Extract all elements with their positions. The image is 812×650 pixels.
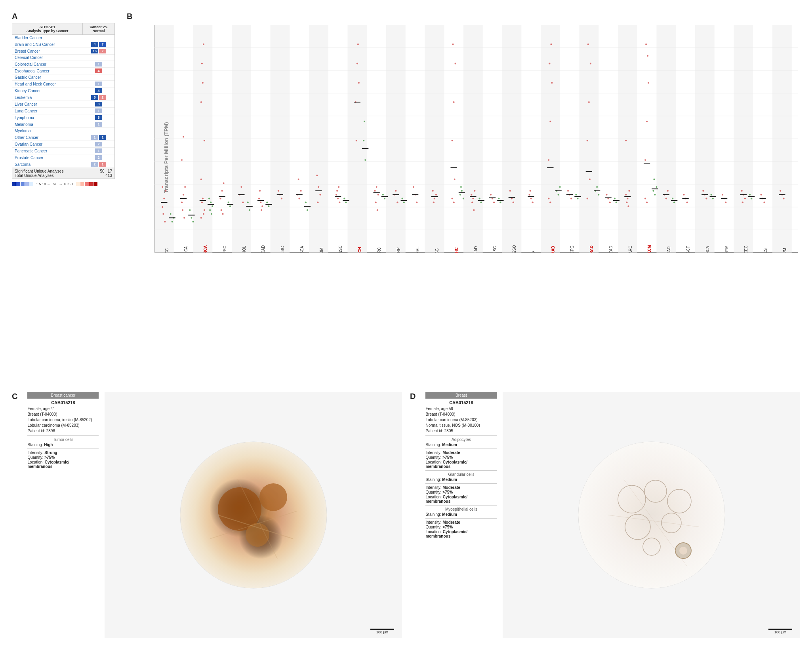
blue-cell: 2	[95, 142, 102, 146]
footer-total-label: Total Unique Analyses	[15, 173, 53, 178]
svg-point-147	[384, 198, 385, 200]
svg-rect-25	[271, 25, 290, 253]
table-row: Breast Cancer 16 2	[12, 48, 114, 55]
svg-point-252	[647, 55, 648, 57]
svg-point-185	[480, 201, 482, 203]
svg-text:GBM: GBM	[319, 248, 323, 253]
svg-point-206	[551, 82, 553, 84]
svg-text:BRCA: BRCA	[203, 245, 208, 253]
svg-point-248	[644, 159, 646, 161]
cancer-name: Melanoma	[12, 122, 83, 127]
svg-text:LGG: LGG	[435, 248, 439, 253]
blue-cell: 1	[95, 82, 102, 86]
cancer-name: Cervical Cancer	[12, 55, 83, 61]
red-cell: 1	[99, 162, 106, 167]
red-cell: 2	[99, 95, 106, 100]
svg-point-202	[530, 190, 531, 192]
divider	[425, 483, 497, 484]
blue-cell: 4	[91, 42, 98, 47]
cancer-table: ATP6AP1Analysis Type by Cancer Cancer vs…	[12, 23, 115, 179]
svg-point-159	[416, 201, 417, 203]
svg-point-288	[751, 198, 752, 200]
svg-text:CESC: CESC	[223, 246, 227, 253]
svg-point-196	[511, 198, 513, 200]
svg-point-212	[558, 194, 559, 196]
svg-point-287	[749, 194, 751, 196]
svg-point-295	[780, 190, 781, 192]
cvn-cells	[83, 57, 114, 59]
svg-point-64	[204, 140, 205, 141]
red-cell: 4	[95, 68, 102, 73]
svg-point-138	[364, 121, 365, 122]
svg-point-92	[247, 201, 249, 203]
tissue-image-c	[178, 440, 329, 590]
svg-point-40	[163, 198, 165, 200]
svg-text:UVM: UVM	[782, 248, 787, 253]
table-row: Esophageal Cancer 4	[12, 68, 114, 74]
blue-cell: 1	[91, 135, 98, 140]
svg-point-69	[201, 201, 203, 203]
red-cell: 2	[99, 49, 106, 53]
svg-text:LAML: LAML	[416, 246, 420, 253]
table-row: Sarcoma 2 1	[12, 161, 114, 168]
svg-point-125	[336, 190, 338, 192]
cvn-cells: 5	[83, 114, 114, 121]
svg-text:THCA: THCA	[705, 246, 709, 253]
svg-point-96	[258, 198, 260, 200]
table-row: Lung Cancer 1	[12, 108, 114, 114]
panel-c-header: Breast cancer	[27, 392, 99, 399]
staining-g: Staining: Medium	[425, 477, 497, 482]
svg-point-136	[363, 140, 364, 141]
svg-point-171	[452, 198, 453, 200]
panel-c-info: Breast cancer CAB015218 Female, age 41 B…	[27, 392, 99, 638]
svg-point-126	[338, 186, 339, 188]
svg-point-51	[183, 194, 184, 196]
footer-sig-label: Significant Unique Analyses	[15, 169, 63, 173]
legend: 1 5 10 ← % → 10 5 1	[12, 182, 115, 186]
svg-point-101	[266, 201, 268, 203]
svg-point-208	[550, 44, 552, 45]
svg-point-41	[165, 190, 166, 192]
svg-point-75	[212, 205, 213, 207]
svg-point-262	[665, 198, 667, 200]
svg-point-251	[645, 44, 647, 45]
svg-point-91	[242, 201, 244, 203]
blue-cell: 16	[91, 49, 98, 53]
svg-point-67	[200, 179, 202, 180]
blue-cell: 7	[99, 42, 106, 47]
svg-point-264	[672, 198, 673, 200]
cancer-name: Colorectal Cancer	[12, 61, 83, 67]
panel-b-label: B	[127, 12, 800, 21]
scale-bar-c: 100 μm	[370, 629, 394, 634]
blue-cell: 5	[91, 95, 98, 100]
svg-point-46	[172, 221, 173, 222]
svg-text:PCPG: PCPG	[570, 245, 574, 253]
svg-point-204	[548, 159, 549, 161]
svg-point-85	[228, 201, 229, 203]
svg-point-188	[490, 194, 492, 196]
svg-point-45	[170, 213, 172, 215]
table-row: Cervical Cancer	[12, 55, 114, 61]
svg-point-100	[261, 209, 262, 211]
svg-point-162	[434, 198, 435, 200]
cvn-cells: 4 7	[83, 41, 114, 48]
svg-point-81	[221, 190, 223, 192]
svg-point-113	[305, 201, 307, 203]
svg-point-71	[203, 213, 204, 215]
divider	[425, 518, 497, 519]
svg-text:LUSC: LUSC	[493, 246, 497, 253]
svg-point-179	[471, 194, 472, 196]
svg-point-174	[461, 190, 463, 192]
staining-m: Staining: Medium	[425, 512, 497, 517]
table-header: ATP6AP1Analysis Type by Cancer Cancer vs…	[12, 23, 114, 35]
svg-point-216	[567, 190, 569, 192]
svg-point-241	[625, 194, 627, 196]
svg-text:PAAD: PAAD	[551, 246, 555, 253]
svg-point-218	[570, 198, 572, 200]
svg-point-250	[648, 82, 649, 84]
svg-text:READ: READ	[609, 246, 613, 253]
cvn-cells: 16 2	[83, 48, 114, 54]
svg-text:ESCA: ESCA	[300, 246, 304, 253]
svg-point-254	[646, 201, 648, 203]
cancer-name: Head and Neck Cancer	[12, 81, 83, 87]
